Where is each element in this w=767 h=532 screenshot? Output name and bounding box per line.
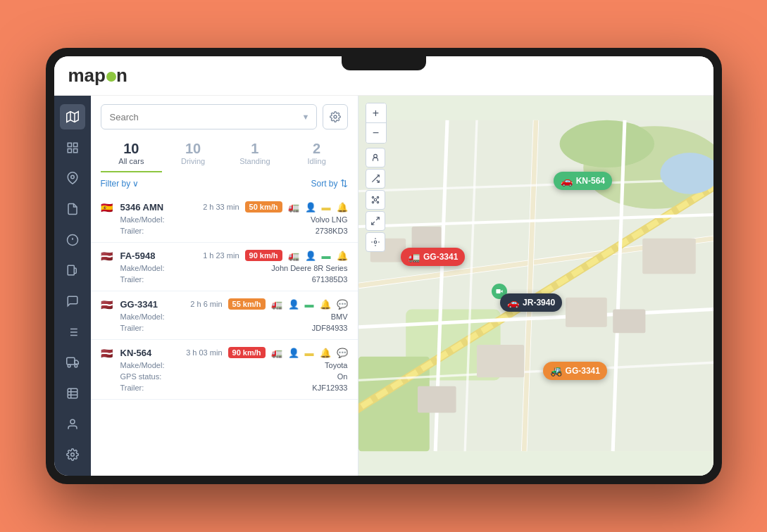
svg-point-47 (372, 201, 373, 203)
sidebar-item-alerts[interactable] (60, 227, 85, 253)
sidebar-item-documents[interactable] (60, 196, 85, 222)
map-background (358, 96, 713, 476)
bell-icon-4: 🔔 (320, 348, 331, 358)
sidebar-item-user[interactable] (60, 412, 85, 437)
tab-driving[interactable]: 10 Driving (162, 137, 224, 172)
sidebar-item-vehicles[interactable] (60, 350, 85, 375)
vehicle-detail-make-2: Make/Model: John Deere 8R Series (101, 264, 348, 272)
marker-label-jr3940: JR-3940 (523, 298, 555, 308)
device-frame: mapn (46, 48, 722, 484)
gps-label-4: GPS status: (120, 372, 162, 381)
tab-idling[interactable]: 2 Idling (286, 137, 348, 172)
svg-point-30 (559, 120, 654, 167)
svg-point-26 (70, 453, 74, 457)
search-area: ▼ (91, 96, 358, 129)
svg-point-20 (75, 365, 77, 367)
flag-spain: 🇪🇸 (101, 202, 115, 212)
vehicle-time-3: 2 h 6 min (190, 300, 222, 308)
marker-truck-icon-gg3341: 🚛 (408, 251, 420, 262)
svg-rect-11 (68, 265, 74, 275)
marker-label-gg3341-red: GG-3341 (423, 252, 458, 262)
sort-button[interactable]: Sort by ⇅ (311, 178, 347, 189)
trailer-label-2: Trailer: (120, 275, 144, 284)
sidebar-item-list[interactable] (60, 319, 85, 345)
trailer-value-2: 671385D3 (312, 275, 348, 284)
cluster-button[interactable] (366, 190, 385, 210)
trailer-value-4: KJF12933 (312, 384, 347, 392)
signal-icon-1: ▬ (322, 202, 331, 213)
marker-tractor-icon-gg3341: 🚜 (550, 365, 562, 376)
marker-jr3940[interactable]: 🚗 JR-3940 (500, 293, 562, 312)
zoom-out-button[interactable]: − (366, 123, 386, 143)
sidebar-item-location[interactable] (60, 165, 85, 191)
marker-label-gg3341-orange: GG-3341 (566, 366, 600, 376)
marker-car-icon-jr3940: 🚗 (507, 297, 519, 308)
vehicle-detail-trailer-3: Trailer: JDF84933 (101, 324, 348, 332)
tab-idling-count: 2 (289, 141, 345, 157)
sidebar-item-settings[interactable] (60, 442, 85, 467)
vehicle-time-1: 2 h 33 min (203, 203, 239, 211)
flag-latvia-3: 🇱🇻 (101, 299, 115, 309)
marker-kn564[interactable]: 🚗 KN-564 (554, 172, 612, 190)
settings-button[interactable] (323, 104, 348, 129)
svg-rect-39 (642, 239, 696, 274)
app-logo: mapn (68, 65, 127, 87)
tab-all-count: 10 (104, 141, 160, 157)
make-value-4: Toyota (325, 361, 347, 369)
gps-value-4: On (337, 372, 348, 381)
vehicle-detail-trailer-2: Trailer: 671385D3 (101, 275, 348, 284)
zoom-in-button[interactable]: + (366, 103, 386, 123)
sidebar (54, 96, 91, 476)
svg-point-46 (377, 196, 378, 198)
streetview-button[interactable] (366, 148, 385, 167)
bell-icon-1: 🔔 (337, 202, 348, 213)
make-value-3: BMV (331, 312, 348, 321)
sort-icon: ⇅ (340, 178, 348, 189)
locate-button[interactable] (366, 232, 385, 252)
truck-icon-4: 🚛 (271, 348, 282, 358)
truck-icon-3: 🚛 (271, 299, 282, 310)
sidebar-item-grid[interactable] (60, 135, 85, 160)
vehicle-item-gg3341[interactable]: 🇱🇻 GG-3341 2 h 6 min 55 km/h 🚛 👤 ▬ 🔔 💬 M… (91, 291, 358, 340)
svg-point-27 (334, 115, 337, 118)
tab-driving-count: 10 (165, 141, 221, 157)
tab-driving-label: Driving (165, 157, 221, 165)
vehicle-item-kn564[interactable]: 🇱🇻 KN-564 3 h 03 min 90 km/h 🚛 👤 ▬ 🔔 💬 M… (91, 340, 358, 400)
bell-icon-3: 🔔 (320, 299, 331, 310)
tab-all-cars[interactable]: 10 All cars (101, 137, 163, 172)
sort-label: Sort by (311, 179, 337, 189)
vehicle-item-fa5948[interactable]: 🇱🇻 FA-5948 1 h 23 min 90 km/h 🚛 👤 ▬ 🔔 Ma… (91, 243, 358, 291)
marker-gg3341-red[interactable]: 🚛 GG-3341 (401, 248, 465, 266)
search-input[interactable] (101, 104, 317, 129)
filter-button[interactable]: Filter by ∨ (101, 179, 139, 189)
tab-standing[interactable]: 1 Standing (224, 137, 286, 172)
sidebar-item-messages[interactable] (60, 289, 85, 314)
route-button[interactable] (366, 169, 385, 189)
filter-label: Filter by (101, 179, 131, 189)
map-area[interactable]: + − (358, 96, 713, 476)
trailer-value-1: 2738KD3 (316, 227, 348, 235)
chat-icon-4: 💬 (337, 348, 348, 358)
svg-line-49 (376, 217, 379, 220)
tab-standing-count: 1 (227, 141, 283, 157)
vehicle-detail-make-4: Make/Model: Toyota (101, 361, 348, 369)
search-caret-icon: ▼ (302, 113, 310, 121)
sidebar-item-fuel[interactable] (60, 258, 85, 283)
expand-button[interactable] (366, 211, 385, 231)
person-icon-1: 👤 (305, 202, 316, 213)
tab-standing-label: Standing (227, 157, 283, 165)
sidebar-item-map[interactable] (60, 104, 85, 129)
marker-gg3341-orange[interactable]: 🚜 GG-3341 (543, 362, 607, 380)
person-icon-4: 👤 (288, 348, 299, 358)
bell-icon-2: 🔔 (337, 251, 348, 261)
svg-rect-21 (68, 388, 77, 398)
trailer-label-3: Trailer: (120, 324, 144, 332)
sidebar-item-table[interactable] (60, 381, 85, 406)
vehicle-item-5346amn[interactable]: 🇪🇸 5346 AMN 2 h 33 min 50 km/h 🚛 👤 ▬ 🔔 M… (91, 194, 358, 243)
search-input-wrap: ▼ (101, 104, 317, 129)
flag-latvia-2: 🇱🇻 (101, 251, 115, 260)
vehicle-speed-2: 90 km/h (245, 250, 282, 261)
make-label-4: Make/Model: (120, 361, 165, 369)
vehicle-panel: ▼ 10 All cars 10 Driving (91, 96, 358, 476)
chat-icon-3: 💬 (337, 299, 348, 310)
